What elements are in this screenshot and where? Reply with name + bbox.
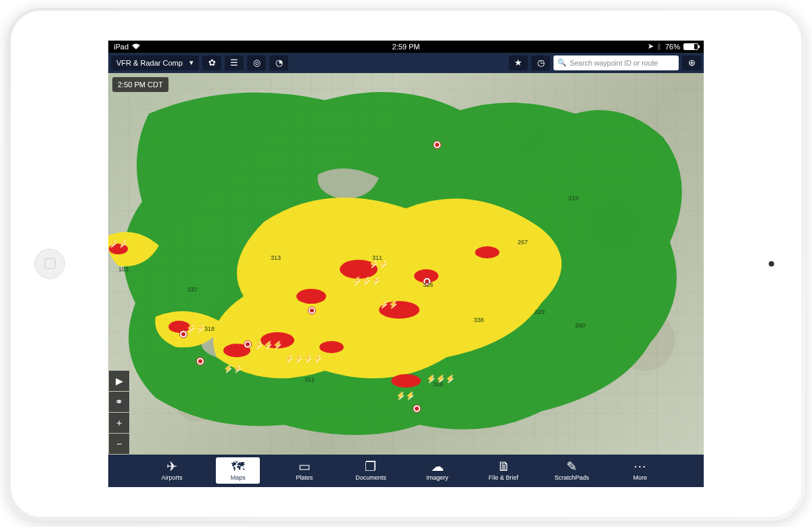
imagery-icon: ☁︎ [431, 460, 444, 473]
radar-overlay [108, 73, 704, 455]
plus-icon: + [116, 417, 122, 428]
gauge-icon: ◔ [275, 58, 283, 68]
ipad-frame: iPad 2:59 PM ➤ ᛒ 76% VFR & Radar Comp ▾ … [7, 7, 805, 521]
globe-button[interactable]: ◎ [247, 55, 266, 70]
tab-scratchpads[interactable]: ✎ ScratchPads [548, 457, 596, 484]
target-icon: ⊕ [688, 58, 696, 68]
svg-point-7 [168, 321, 190, 333]
documents-icon: ❐ [365, 460, 376, 473]
svg-point-10 [391, 374, 421, 388]
wifi-icon [132, 43, 140, 51]
tab-imagery[interactable]: ☁︎ Imagery [415, 457, 459, 484]
chevron-down-icon: ▾ [189, 58, 194, 67]
search-input[interactable]: 🔍 Search waypoint ID or route [554, 55, 679, 70]
layers-button[interactable]: ☰ [225, 55, 244, 70]
tab-maps[interactable]: 🗺 Maps [216, 457, 260, 484]
clock: 2:59 PM [392, 43, 420, 51]
map-mode-label: VFR & Radar Comp [116, 59, 183, 67]
tab-label: More [633, 474, 648, 481]
screen: iPad 2:59 PM ➤ ᛒ 76% VFR & Radar Comp ▾ … [108, 41, 704, 487]
clock-icon: ◷ [537, 58, 545, 68]
center-button[interactable]: ⊕ [682, 55, 701, 70]
tab-filebrief[interactable]: 🗎 File & Brief [482, 457, 526, 484]
front-camera [769, 261, 774, 267]
file-icon: 🗎 [497, 460, 510, 473]
radar-timestamp: 2:50 PM CDT [112, 77, 168, 92]
gear-icon: ✿ [208, 58, 216, 68]
route-button[interactable]: ⚭ [109, 392, 129, 412]
recents-button[interactable]: ◷ [531, 55, 550, 70]
tab-more[interactable]: ⋯ More [618, 457, 662, 484]
svg-point-6 [414, 269, 438, 283]
battery-percent: 76% [665, 43, 680, 51]
status-bar: iPad 2:59 PM ➤ ᛒ 76% [108, 41, 704, 53]
timer-button[interactable]: ◔ [269, 55, 288, 70]
play-icon: ▶ [116, 375, 123, 386]
app-toolbar: VFR & Radar Comp ▾ ✿ ☰ ◎ ◔ ★ ◷ 🔍 Search … [108, 53, 704, 73]
star-icon: ★ [514, 58, 522, 68]
route-icon: ⚭ [115, 396, 123, 407]
tab-plates[interactable]: ▭ Plates [282, 457, 326, 484]
favorites-button[interactable]: ★ [509, 55, 528, 70]
settings-button[interactable]: ✿ [202, 55, 221, 70]
device-label: iPad [114, 43, 129, 51]
compass-icon: ✈︎ [166, 460, 177, 473]
svg-point-3 [261, 332, 294, 348]
tab-bar: ✈︎ Airports 🗺 Maps ▭ Plates ❐ Documents … [108, 455, 704, 487]
tab-label: Airports [161, 474, 182, 481]
tab-label: File & Brief [489, 474, 518, 481]
location-icon: ➤ [648, 42, 654, 51]
zoom-in-button[interactable]: + [109, 413, 129, 433]
plates-icon: ▭ [298, 460, 311, 473]
zoom-out-button[interactable]: − [109, 434, 129, 454]
tab-label: Imagery [426, 474, 449, 481]
search-placeholder: Search waypoint ID or route [570, 59, 658, 67]
home-button[interactable] [35, 248, 65, 279]
map-icon: 🗺 [231, 460, 244, 473]
play-button[interactable]: ▶ [109, 371, 129, 391]
map-side-controls: ▶ ⚭ + − [109, 371, 129, 454]
tab-label: Plates [296, 474, 313, 481]
map-mode-dropdown[interactable]: VFR & Radar Comp ▾ [111, 55, 199, 70]
svg-point-5 [319, 341, 344, 353]
list-icon: ☰ [230, 58, 238, 68]
bluetooth-icon: ᛒ [657, 43, 662, 51]
globe-icon: ◎ [253, 58, 261, 68]
battery-icon [683, 43, 698, 50]
map-view[interactable]: ⚡⚡ ⚡⚡⚡ ⚡⚡ ⚡⚡⚡ ⚡⚡⚡⚡ ⚡⚡ ⚡⚡ ⚡⚡⚡ ⚡⚡ ⚡⚡ 21 [108, 73, 704, 455]
tab-label: Documents [355, 474, 386, 481]
tab-documents[interactable]: ❐ Documents [348, 457, 393, 484]
pencil-icon: ✎ [566, 460, 577, 473]
ipad-bezel: iPad 2:59 PM ➤ ᛒ 76% VFR & Radar Comp ▾ … [11, 11, 801, 517]
svg-point-4 [223, 344, 250, 357]
svg-point-2 [379, 301, 420, 319]
svg-point-1 [296, 289, 326, 304]
svg-point-9 [475, 246, 499, 258]
tab-label: Maps [231, 474, 246, 481]
tab-label: ScratchPads [555, 474, 589, 481]
svg-point-8 [109, 244, 128, 254]
minus-icon: − [116, 438, 122, 449]
more-icon: ⋯ [633, 460, 646, 473]
svg-point-0 [340, 260, 378, 279]
search-icon: 🔍 [558, 58, 566, 67]
tab-airports[interactable]: ✈︎ Airports [150, 457, 194, 484]
